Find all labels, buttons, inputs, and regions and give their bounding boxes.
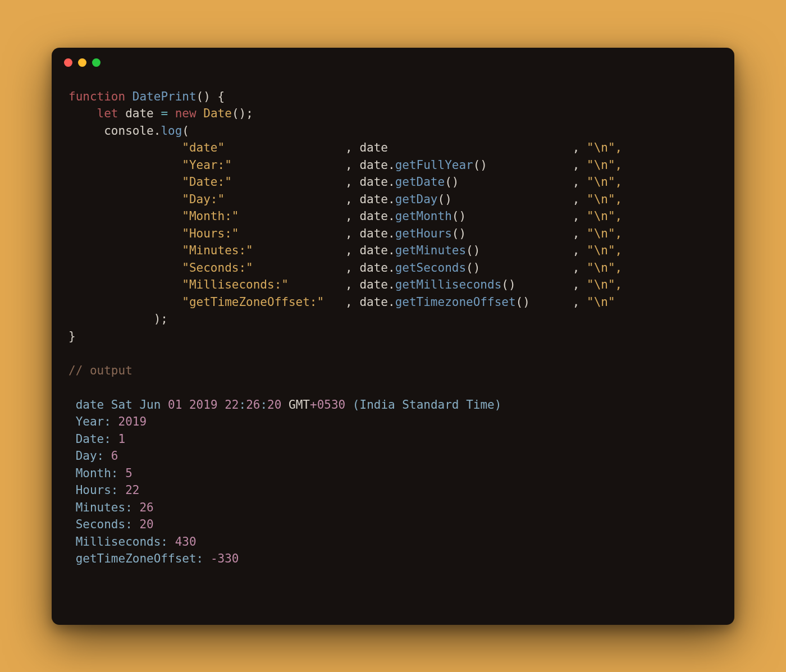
arg-label: "Milliseconds:" [182,278,289,291]
method-call: getSeconds [395,261,466,275]
arg-label: "Seconds:" [182,261,253,275]
arg-expr: date [359,278,388,291]
arg-expr: date [359,295,388,309]
arg-newline: "\n", [587,209,622,223]
output-key: Minutes: [68,501,139,514]
output-value: 1 [118,432,126,446]
code-window: function DatePrint() { let date = new Da… [52,48,734,625]
function-name: DatePrint [132,90,196,103]
method-call: getMonth [395,209,452,223]
method-call: getDate [395,175,445,189]
output-value: 2019 [118,415,147,428]
arg-newline: "\n" [587,295,615,309]
output-key: Hours: [68,483,125,497]
arg-label: "getTimeZoneOffset:" [182,295,324,309]
output-key: getTimeZoneOffset: [68,552,211,565]
var-date: date [125,107,154,120]
arg-label: "Date:" [182,175,232,189]
arg-label: "Hours:" [182,227,239,240]
arg-newline: "\n", [587,175,622,189]
keyword-new: new [175,107,196,120]
arg-expr: date [359,175,388,189]
code-content: function DatePrint() { let date = new Da… [52,78,734,583]
arg-label: "Day:" [182,193,225,206]
arg-newline: "\n", [587,158,622,172]
arg-label: "Minutes:" [182,244,253,257]
arg-expr: date [359,227,388,240]
arg-expr: date [359,141,388,154]
window-titlebar [52,48,734,78]
output-key: Milliseconds: [68,535,175,548]
output-key: Day: [68,449,111,463]
comment-output: // output [68,364,132,377]
method-call: getFullYear [395,158,473,172]
output-date-line: date Sat Jun [68,398,168,412]
arg-newline: "\n", [587,227,622,240]
arg-label: "Month:" [182,209,239,223]
output-value: 22 [125,483,139,497]
arg-expr: date [359,261,388,275]
arg-newline: "\n", [587,261,622,275]
arg-expr: date [359,193,388,206]
arg-expr: date [359,158,388,172]
output-key: Seconds: [68,518,139,531]
arg-newline: "\n", [587,141,622,154]
arg-expr: date [359,209,388,223]
output-value: 20 [139,518,153,531]
keyword-let: let [97,107,118,120]
arg-label: "date" [182,141,225,154]
arg-newline: "\n", [587,278,622,291]
method-call: getMilliseconds [395,278,502,291]
object-console: console [104,124,154,138]
arg-newline: "\n", [587,193,622,206]
output-value: 430 [175,535,196,548]
arg-expr: date [359,244,388,257]
method-call: getDay [395,193,438,206]
method-call: getHours [395,227,452,240]
arg-newline: "\n", [587,244,622,257]
method-log: log [161,124,182,138]
output-key: Date: [68,432,118,446]
output-value: -330 [211,552,239,565]
keyword-function: function [68,90,125,103]
method-call: getTimezoneOffset [395,295,516,309]
close-icon[interactable] [64,58,72,67]
method-call: getMinutes [395,244,466,257]
output-value: 6 [111,449,118,463]
output-value: 5 [125,467,132,480]
arg-label: "Year:" [182,158,232,172]
output-key: Month: [68,467,125,480]
minimize-icon[interactable] [78,58,86,67]
zoom-icon[interactable] [92,58,100,67]
output-value: 26 [139,501,153,514]
operator-equals: = [161,107,168,120]
output-key: Year: [68,415,118,428]
class-date: Date [203,107,232,120]
